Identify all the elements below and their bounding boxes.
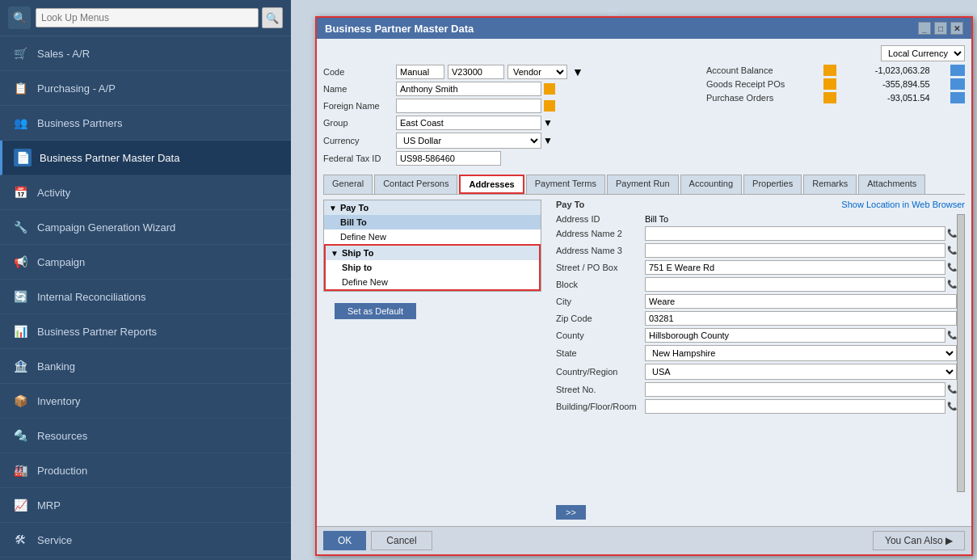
detail-field-row-1: Address Name 2📞	[556, 226, 957, 241]
ship-to-item[interactable]: Ship to	[326, 260, 539, 275]
you-can-also-button[interactable]: You Can Also ▶	[873, 531, 965, 550]
sidebar-item-resources[interactable]: 🔩 Resources	[0, 419, 291, 453]
purchase-orders-arrow-icon[interactable]	[823, 92, 836, 103]
purchase-orders-chart-icon[interactable]	[950, 92, 965, 103]
sidebar-item-bp-reports[interactable]: 📊 Business Partner Reports	[0, 314, 291, 349]
code-manual-input[interactable]	[396, 65, 444, 79]
vendor-type-select[interactable]: Vendor Customer	[507, 65, 567, 79]
close-button[interactable]: ✕	[950, 22, 963, 35]
detail-field-input-5[interactable]	[645, 294, 957, 309]
purchase-orders-label: Purchase Orders	[706, 93, 803, 103]
dialog-footer: OK Cancel You Can Also ▶	[317, 526, 971, 554]
code-field-row: Code Vendor Customer ▼	[323, 65, 690, 79]
detail-field-input-3[interactable]	[645, 260, 945, 275]
currency-select[interactable]: US Dollar	[396, 133, 541, 149]
detail-field-select-8[interactable]: New Hampshire	[645, 345, 957, 361]
phone-icon-2: 📞	[947, 246, 957, 255]
set-default-button[interactable]: Set as Default	[335, 303, 416, 319]
detail-field-select-9[interactable]: USA	[645, 364, 957, 380]
sidebar-item-business-partners[interactable]: 👥 Business Partners	[0, 106, 291, 141]
search-input[interactable]	[36, 8, 259, 27]
detail-scrollbar[interactable]	[957, 214, 965, 492]
tab-attachments[interactable]: Attachments	[858, 175, 925, 194]
tab-payment-terms[interactable]: Payment Terms	[526, 175, 605, 194]
detail-field-row-3: Street / PO Box📞	[556, 260, 957, 275]
account-balance-chart-icon[interactable]	[950, 65, 965, 76]
sidebar-item-bpmd[interactable]: 📄 Business Partner Master Data	[0, 141, 291, 175]
tab-addresses[interactable]: Addresses	[459, 175, 524, 194]
phone-icon-1: 📞	[947, 229, 957, 238]
detail-field-input-4[interactable]	[645, 277, 945, 292]
sidebar-item-inventory[interactable]: 📦 Inventory	[0, 384, 291, 419]
detail-field-input-6[interactable]	[645, 311, 957, 326]
sidebar-item-campaign[interactable]: 📢 Campaign	[0, 245, 291, 280]
local-currency-select[interactable]: Local Currency	[881, 45, 965, 61]
tab-contact[interactable]: Contact Persons	[374, 175, 457, 194]
detail-field-label-1: Address Name 2	[556, 229, 645, 238]
ok-button[interactable]: OK	[323, 531, 366, 550]
goods-receipt-chart-icon[interactable]	[950, 78, 965, 90]
sidebar-item-activity[interactable]: 📅 Activity	[0, 175, 291, 210]
detail-field-row-2: Address Name 3📞	[556, 243, 957, 258]
code-inputs: Vendor Customer ▼	[396, 65, 585, 79]
sidebar-item-banking[interactable]: 🏦 Banking	[0, 349, 291, 384]
sidebar-item-campaign-wizard[interactable]: 🔧 Campaign Generation Wizard	[0, 210, 291, 245]
tab-remarks[interactable]: Remarks	[803, 175, 857, 194]
detail-field-input-11[interactable]	[645, 399, 945, 414]
tab-general[interactable]: General	[323, 175, 373, 194]
sidebar-item-internal-reconciliations[interactable]: 🔄 Internal Reconciliations	[0, 280, 291, 314]
minimize-button[interactable]: _	[918, 22, 931, 35]
bill-to-item[interactable]: Bill To	[324, 215, 541, 229]
sidebar-item-service[interactable]: 🛠 Service	[0, 523, 291, 558]
define-new-pay-item[interactable]: Define New	[324, 229, 541, 244]
currency-dropdown-icon[interactable]: ▼	[543, 135, 553, 146]
detail-fields: Address IDBill ToAddress Name 2📞Address …	[556, 214, 957, 492]
ship-to-section-header[interactable]: ▼ Ship To	[326, 246, 539, 260]
ship-to-section: ▼ Ship To Ship to Define New	[324, 244, 541, 291]
detail-field-label-2: Address Name 3	[556, 246, 645, 255]
detail-field-input-7[interactable]	[645, 328, 945, 343]
internal-reconciliations-icon: 🔄	[11, 288, 29, 305]
group-dropdown-icon[interactable]: ▼	[543, 117, 553, 128]
sidebar-item-sales[interactable]: 🛒 Sales - A/R	[0, 36, 291, 71]
ship-to-label: Ship To	[342, 248, 374, 258]
define-new-ship-item[interactable]: Define New	[326, 275, 539, 289]
code-number-input[interactable]	[448, 65, 504, 79]
currency-label: Currency	[323, 136, 396, 145]
foreign-name-input[interactable]	[396, 99, 541, 113]
goods-receipt-arrow-icon[interactable]	[823, 78, 836, 90]
sidebar-item-label: Production	[37, 465, 87, 477]
phone-icon-7: 📞	[947, 331, 957, 340]
detail-field-input-10[interactable]	[645, 382, 945, 397]
search-submit-button[interactable]: 🔍	[262, 7, 283, 28]
sidebar-item-mrp[interactable]: 📈 MRP	[0, 488, 291, 523]
name-link-icon[interactable]	[544, 83, 555, 95]
show-location-link[interactable]: Show Location in Web Browser	[841, 200, 965, 209]
foreign-name-link-icon[interactable]	[544, 100, 555, 112]
phone-icon-3: 📞	[947, 263, 957, 272]
federal-tax-input[interactable]	[396, 151, 501, 166]
pay-to-section-header[interactable]: ▼ Pay To	[324, 200, 541, 215]
tab-properties[interactable]: Properties	[743, 175, 802, 194]
tab-accounting[interactable]: Accounting	[680, 175, 742, 194]
vendor-dropdown-icon[interactable]: ▼	[571, 65, 585, 78]
form-right-financial: Account Balance -1,023,063.28 Goods Rece…	[706, 65, 965, 168]
sidebar-item-purchasing[interactable]: 📋 Purchasing - A/P	[0, 71, 291, 106]
detail-field-input-2[interactable]	[645, 243, 945, 258]
restore-button[interactable]: □	[934, 22, 947, 35]
group-input[interactable]	[396, 116, 541, 130]
address-list-panel: ▼ Pay To Bill To Define New ▼	[323, 200, 550, 520]
detail-field-row-9: Country/RegionUSA	[556, 364, 957, 380]
detail-field-label-3: Street / PO Box	[556, 263, 645, 272]
tab-payment-run[interactable]: Payment Run	[607, 175, 679, 194]
dialog-body: Local Currency Code Vendor Customer	[317, 39, 971, 526]
cancel-button[interactable]: Cancel	[371, 531, 432, 550]
detail-field-input-1[interactable]	[645, 226, 945, 241]
account-balance-arrow-icon[interactable]	[823, 65, 836, 76]
activity-icon: 📅	[11, 183, 29, 201]
pay-to-label: Pay To	[340, 203, 368, 213]
sidebar-item-production[interactable]: 🏭 Production	[0, 453, 291, 488]
name-label: Name	[323, 84, 396, 94]
forward-button[interactable]: >>	[556, 505, 586, 520]
name-input[interactable]	[396, 82, 541, 96]
